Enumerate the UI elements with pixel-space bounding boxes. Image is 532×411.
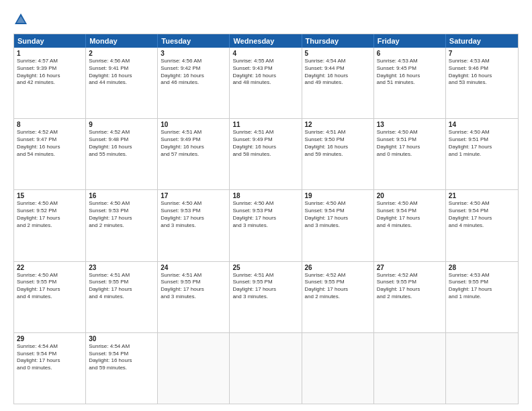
calendar-cell: 14Sunrise: 4:50 AMSunset: 9:51 PMDayligh… — [446, 119, 518, 189]
calendar-cell: 25Sunrise: 4:51 AMSunset: 9:55 PMDayligh… — [230, 262, 302, 332]
day-number: 13 — [377, 121, 443, 128]
calendar-header-day: Sunday — [14, 34, 86, 48]
cell-content: Sunrise: 4:53 AMSunset: 9:55 PMDaylight:… — [449, 272, 515, 301]
cell-content: Sunrise: 4:52 AMSunset: 9:55 PMDaylight:… — [305, 272, 371, 301]
day-number: 27 — [377, 264, 443, 271]
day-number: 22 — [17, 264, 83, 271]
cell-content: Sunrise: 4:54 AMSunset: 9:54 PMDaylight:… — [17, 343, 83, 372]
logo — [13, 12, 32, 27]
calendar-row: 15Sunrise: 4:50 AMSunset: 9:52 PMDayligh… — [14, 190, 518, 261]
calendar-header-day: Friday — [374, 34, 446, 48]
calendar-cell: 9Sunrise: 4:52 AMSunset: 9:48 PMDaylight… — [86, 119, 158, 189]
day-number: 29 — [17, 335, 83, 342]
cell-content: Sunrise: 4:50 AMSunset: 9:54 PMDaylight:… — [377, 200, 443, 229]
calendar-cell: 3Sunrise: 4:56 AMSunset: 9:42 PMDaylight… — [158, 48, 230, 118]
calendar-cell — [374, 333, 446, 404]
day-number: 23 — [89, 264, 154, 271]
calendar: SundayMondayTuesdayWednesdayThursdayFrid… — [13, 34, 519, 404]
calendar-cell: 4Sunrise: 4:55 AMSunset: 9:43 PMDaylight… — [230, 48, 302, 118]
calendar-cell: 5Sunrise: 4:54 AMSunset: 9:44 PMDaylight… — [302, 48, 374, 118]
cell-content: Sunrise: 4:52 AMSunset: 9:47 PMDaylight:… — [17, 129, 83, 158]
day-number: 5 — [305, 50, 371, 57]
calendar-cell: 7Sunrise: 4:53 AMSunset: 9:46 PMDaylight… — [446, 48, 518, 118]
calendar-cell — [158, 333, 230, 404]
cell-content: Sunrise: 4:50 AMSunset: 9:53 PMDaylight:… — [161, 200, 226, 229]
cell-content: Sunrise: 4:54 AMSunset: 9:44 PMDaylight:… — [305, 58, 371, 87]
calendar-row: 22Sunrise: 4:50 AMSunset: 9:55 PMDayligh… — [14, 262, 518, 333]
calendar-cell: 27Sunrise: 4:52 AMSunset: 9:55 PMDayligh… — [374, 262, 446, 332]
cell-content: Sunrise: 4:54 AMSunset: 9:54 PMDaylight:… — [89, 343, 154, 372]
cell-content: Sunrise: 4:50 AMSunset: 9:54 PMDaylight:… — [305, 200, 371, 229]
calendar-cell — [230, 333, 302, 404]
day-number: 18 — [232, 192, 298, 199]
day-number: 28 — [449, 264, 515, 271]
cell-content: Sunrise: 4:52 AMSunset: 9:48 PMDaylight:… — [89, 129, 154, 158]
page: SundayMondayTuesdayWednesdayThursdayFrid… — [0, 0, 532, 411]
day-number: 2 — [89, 50, 154, 57]
calendar-cell: 20Sunrise: 4:50 AMSunset: 9:54 PMDayligh… — [374, 190, 446, 261]
calendar-header-day: Wednesday — [230, 34, 302, 48]
calendar-cell: 28Sunrise: 4:53 AMSunset: 9:55 PMDayligh… — [446, 262, 518, 332]
calendar-cell: 1Sunrise: 4:57 AMSunset: 9:39 PMDaylight… — [14, 48, 86, 118]
calendar-cell: 29Sunrise: 4:54 AMSunset: 9:54 PMDayligh… — [14, 333, 86, 404]
calendar-cell: 30Sunrise: 4:54 AMSunset: 9:54 PMDayligh… — [86, 333, 158, 404]
calendar-cell — [446, 333, 518, 404]
calendar-cell: 22Sunrise: 4:50 AMSunset: 9:55 PMDayligh… — [14, 262, 86, 332]
cell-content: Sunrise: 4:56 AMSunset: 9:42 PMDaylight:… — [161, 58, 226, 87]
cell-content: Sunrise: 4:50 AMSunset: 9:53 PMDaylight:… — [89, 200, 154, 229]
calendar-header-day: Tuesday — [158, 34, 230, 48]
calendar-cell: 19Sunrise: 4:50 AMSunset: 9:54 PMDayligh… — [302, 190, 374, 261]
cell-content: Sunrise: 4:51 AMSunset: 9:55 PMDaylight:… — [161, 272, 226, 301]
calendar-cell: 10Sunrise: 4:51 AMSunset: 9:49 PMDayligh… — [158, 119, 230, 189]
calendar-cell: 13Sunrise: 4:50 AMSunset: 9:51 PMDayligh… — [374, 119, 446, 189]
day-number: 7 — [449, 50, 515, 57]
day-number: 17 — [161, 192, 226, 199]
day-number: 9 — [89, 121, 154, 128]
day-number: 20 — [377, 192, 443, 199]
day-number: 1 — [17, 50, 83, 57]
cell-content: Sunrise: 4:51 AMSunset: 9:49 PMDaylight:… — [232, 129, 298, 158]
day-number: 21 — [449, 192, 515, 199]
calendar-row: 8Sunrise: 4:52 AMSunset: 9:47 PMDaylight… — [14, 119, 518, 190]
cell-content: Sunrise: 4:50 AMSunset: 9:54 PMDaylight:… — [449, 200, 515, 229]
calendar-row: 1Sunrise: 4:57 AMSunset: 9:39 PMDaylight… — [14, 48, 518, 119]
cell-content: Sunrise: 4:53 AMSunset: 9:46 PMDaylight:… — [449, 58, 515, 87]
day-number: 15 — [17, 192, 83, 199]
day-number: 24 — [161, 264, 226, 271]
calendar-cell: 26Sunrise: 4:52 AMSunset: 9:55 PMDayligh… — [302, 262, 374, 332]
calendar-cell: 18Sunrise: 4:50 AMSunset: 9:53 PMDayligh… — [230, 190, 302, 261]
calendar-cell: 21Sunrise: 4:50 AMSunset: 9:54 PMDayligh… — [446, 190, 518, 261]
day-number: 30 — [89, 335, 154, 342]
calendar-row: 29Sunrise: 4:54 AMSunset: 9:54 PMDayligh… — [14, 333, 518, 404]
calendar-header: SundayMondayTuesdayWednesdayThursdayFrid… — [14, 34, 518, 48]
calendar-header-day: Saturday — [446, 34, 518, 48]
calendar-cell: 23Sunrise: 4:51 AMSunset: 9:55 PMDayligh… — [86, 262, 158, 332]
day-number: 12 — [305, 121, 371, 128]
calendar-cell: 24Sunrise: 4:51 AMSunset: 9:55 PMDayligh… — [158, 262, 230, 332]
day-number: 4 — [232, 50, 298, 57]
cell-content: Sunrise: 4:55 AMSunset: 9:43 PMDaylight:… — [232, 58, 298, 87]
header — [13, 12, 519, 27]
cell-content: Sunrise: 4:53 AMSunset: 9:45 PMDaylight:… — [377, 58, 443, 87]
cell-content: Sunrise: 4:57 AMSunset: 9:39 PMDaylight:… — [17, 58, 83, 87]
calendar-cell — [302, 333, 374, 404]
logo-icon — [13, 12, 28, 27]
cell-content: Sunrise: 4:56 AMSunset: 9:41 PMDaylight:… — [89, 58, 154, 87]
day-number: 16 — [89, 192, 154, 199]
cell-content: Sunrise: 4:51 AMSunset: 9:55 PMDaylight:… — [89, 272, 154, 301]
cell-content: Sunrise: 4:50 AMSunset: 9:51 PMDaylight:… — [449, 129, 515, 158]
calendar-cell: 8Sunrise: 4:52 AMSunset: 9:47 PMDaylight… — [14, 119, 86, 189]
calendar-cell: 12Sunrise: 4:51 AMSunset: 9:50 PMDayligh… — [302, 119, 374, 189]
day-number: 26 — [305, 264, 371, 271]
calendar-header-day: Thursday — [302, 34, 374, 48]
cell-content: Sunrise: 4:50 AMSunset: 9:53 PMDaylight:… — [232, 200, 298, 229]
cell-content: Sunrise: 4:50 AMSunset: 9:51 PMDaylight:… — [377, 129, 443, 158]
calendar-body: 1Sunrise: 4:57 AMSunset: 9:39 PMDaylight… — [14, 48, 518, 404]
cell-content: Sunrise: 4:51 AMSunset: 9:50 PMDaylight:… — [305, 129, 371, 158]
calendar-cell: 6Sunrise: 4:53 AMSunset: 9:45 PMDaylight… — [374, 48, 446, 118]
cell-content: Sunrise: 4:51 AMSunset: 9:49 PMDaylight:… — [161, 129, 226, 158]
cell-content: Sunrise: 4:50 AMSunset: 9:52 PMDaylight:… — [17, 200, 83, 229]
day-number: 11 — [232, 121, 298, 128]
calendar-cell: 17Sunrise: 4:50 AMSunset: 9:53 PMDayligh… — [158, 190, 230, 261]
day-number: 8 — [17, 121, 83, 128]
